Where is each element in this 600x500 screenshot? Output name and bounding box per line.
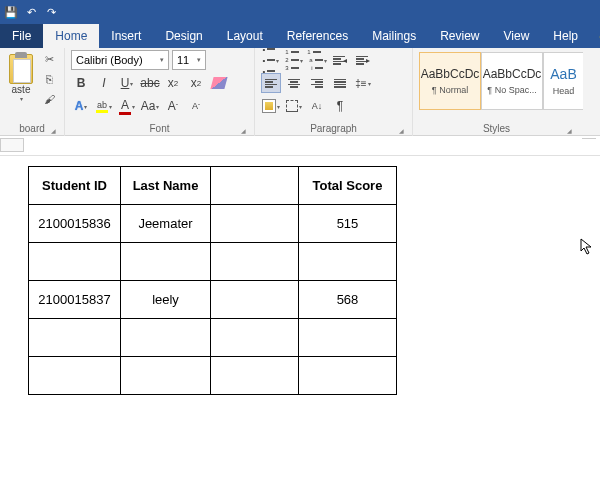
justify-button[interactable] [330,73,350,93]
copy-button[interactable]: ⎘ [40,70,58,88]
tab-references[interactable]: References [275,24,360,48]
style-preview: AaBbCcDc [421,67,480,81]
document-area[interactable]: Student ID Last Name Total Score 2100015… [0,156,600,395]
line-spacing-button[interactable]: ‡≡ [353,73,373,93]
table-row[interactable] [29,243,397,281]
tab-mailings[interactable]: Mailings [360,24,428,48]
group-paragraph: 123 1ai ◂ ▸ ‡≡ A↓ ¶ Paragraph [255,48,413,136]
highlight-button[interactable]: ab [94,96,114,116]
align-left-button[interactable] [261,73,281,93]
redo-icon[interactable]: ↷ [44,5,58,19]
numbering-button[interactable]: 123 [284,50,304,70]
sort-button[interactable]: A↓ [307,96,327,116]
font-name-combo[interactable]: Calibri (Body)▾ [71,50,169,70]
increase-indent-button[interactable]: ▸ [353,50,373,70]
tab-file[interactable]: File [0,24,43,48]
cell[interactable] [299,357,397,395]
style-name-label: Head [553,86,575,96]
bold-button[interactable]: B [71,73,91,93]
header-student-id[interactable]: Student ID [29,167,121,205]
group-styles: AaBbCcDc ¶ Normal AaBbCcDc ¶ No Spac... … [413,48,600,136]
tab-help[interactable]: Help [541,24,590,48]
font-size-value: 11 [177,54,189,66]
italic-button[interactable]: I [94,73,114,93]
subscript-button[interactable]: x2 [163,73,183,93]
cut-button[interactable]: ✂ [40,50,58,68]
cell[interactable] [299,319,397,357]
shrink-font-button[interactable]: Aˇ [186,96,206,116]
ribbon-tabs: File Home Insert Design Layout Reference… [0,24,600,48]
eraser-icon [210,77,227,89]
strikethrough-button[interactable]: abc [140,73,160,93]
table-row[interactable] [29,357,397,395]
cell[interactable] [121,319,211,357]
shading-button[interactable] [261,96,281,116]
tab-home[interactable]: Home [43,24,99,48]
font-color-button[interactable]: A [117,96,137,116]
cell[interactable] [29,243,121,281]
cell[interactable]: leely [121,281,211,319]
cell[interactable] [211,357,299,395]
style-name-label: ¶ Normal [432,85,468,95]
tab-view[interactable]: View [492,24,542,48]
multilevel-list-button[interactable]: 1ai [307,50,327,70]
undo-icon[interactable]: ↶ [24,5,38,19]
tab-design[interactable]: Design [153,24,214,48]
cell[interactable]: 2100015837 [29,281,121,319]
show-hide-button[interactable]: ¶ [330,96,350,116]
cell[interactable]: Jeemater [121,205,211,243]
bullets-button[interactable] [261,50,281,70]
grow-font-button[interactable]: Aˆ [163,96,183,116]
cell[interactable]: 515 [299,205,397,243]
align-center-button[interactable] [284,73,304,93]
align-right-button[interactable] [307,73,327,93]
table-row[interactable] [29,319,397,357]
cell[interactable]: 568 [299,281,397,319]
header-total-score[interactable]: Total Score [299,167,397,205]
header-last-name[interactable]: Last Name [121,167,211,205]
style-name-label: ¶ No Spac... [487,85,536,95]
decrease-indent-button[interactable]: ◂ [330,50,350,70]
paint-bucket-icon [262,99,276,113]
cell[interactable] [211,281,299,319]
superscript-button[interactable]: x2 [186,73,206,93]
tell-me-icon[interactable]: 💡 [596,32,600,48]
cell[interactable] [299,243,397,281]
quick-access-toolbar: 💾 ↶ ↷ [0,0,600,24]
group-label-styles: Styles [419,121,574,136]
tab-selector[interactable] [0,138,24,152]
cell[interactable] [121,243,211,281]
style-no-spacing[interactable]: AaBbCcDc ¶ No Spac... [481,52,543,110]
cell[interactable] [211,319,299,357]
text-effects-button[interactable]: A [71,96,91,116]
ruler[interactable] [0,136,600,156]
cell[interactable] [29,319,121,357]
tab-insert[interactable]: Insert [99,24,153,48]
cell[interactable] [29,357,121,395]
change-case-button[interactable]: Aa [140,96,160,116]
underline-button[interactable]: U [117,73,137,93]
cell[interactable] [211,243,299,281]
font-size-combo[interactable]: 11▾ [172,50,206,70]
group-font: Calibri (Body)▾ 11▾ B I U abc x2 x2 A ab… [65,48,255,136]
document-table[interactable]: Student ID Last Name Total Score 2100015… [28,166,397,395]
style-normal[interactable]: AaBbCcDc ¶ Normal [419,52,481,110]
ribbon: aste ▾ ✂ ⎘ 🖌 board Calibri (Body)▾ 11▾ B… [0,48,600,136]
styles-gallery[interactable]: AaBbCcDc ¶ Normal AaBbCcDc ¶ No Spac... … [419,52,594,110]
paste-label: aste [12,84,31,95]
style-heading1[interactable]: AaB Head [543,52,583,110]
cell[interactable]: 2100015836 [29,205,121,243]
table-row[interactable]: 2100015836 Jeemater 515 [29,205,397,243]
style-preview: AaBbCcDc [483,67,542,81]
paste-button[interactable]: aste ▾ [6,50,36,121]
cell[interactable] [211,205,299,243]
save-icon[interactable]: 💾 [4,5,18,19]
cell[interactable] [121,357,211,395]
borders-button[interactable] [284,96,304,116]
clear-formatting-button[interactable] [209,73,229,93]
header-blank[interactable] [211,167,299,205]
tab-review[interactable]: Review [428,24,491,48]
table-header-row[interactable]: Student ID Last Name Total Score [29,167,397,205]
table-row[interactable]: 2100015837 leely 568 [29,281,397,319]
format-painter-button[interactable]: 🖌 [40,90,58,108]
